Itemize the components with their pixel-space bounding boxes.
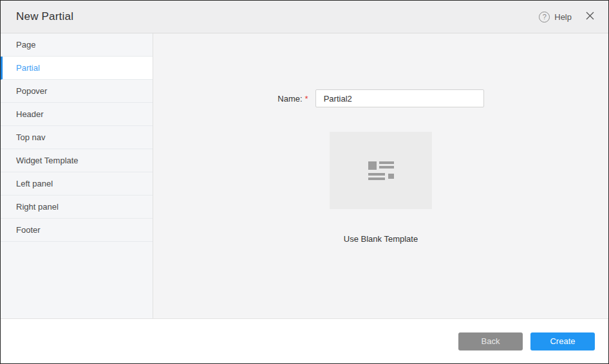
template-caption: Use Blank Template [344,234,418,244]
help-icon: ? [539,12,550,23]
sidebar: Page Partial Popover Header Top nav Widg… [1,33,153,318]
sidebar-item-header[interactable]: Header [1,103,153,126]
sidebar-item-footer[interactable]: Footer [1,219,153,242]
sidebar-item-right-panel[interactable]: Right panel [1,196,153,219]
blank-template-card[interactable]: Use Blank Template [330,132,432,244]
create-button[interactable]: Create [530,332,595,350]
close-button[interactable] [586,11,594,23]
name-row: Name:* [277,89,483,107]
back-button[interactable]: Back [458,332,523,350]
template-thumbnail [330,132,432,209]
header-actions: ? Help [539,11,594,23]
dialog-title: New Partial [16,10,73,23]
dialog-footer: Back Create [1,318,608,363]
name-label-text: Name: [277,94,302,104]
sidebar-item-widget-template[interactable]: Widget Template [1,149,153,172]
help-button[interactable]: ? Help [539,12,572,23]
dialog-header: New Partial ? Help [1,1,608,33]
name-input[interactable] [315,89,484,107]
wireframe-list-icon [368,161,394,180]
dialog-body: Page Partial Popover Header Top nav Widg… [1,33,608,318]
help-label: Help [554,12,572,22]
sidebar-item-page[interactable]: Page [1,33,153,57]
name-label: Name:* [277,94,308,104]
close-icon [586,11,594,23]
main-content: Name:* Use Blank [153,33,608,318]
new-partial-dialog: New Partial ? Help Page Partial Popover … [0,0,609,364]
required-marker: * [305,94,308,104]
sidebar-item-popover[interactable]: Popover [1,80,153,103]
sidebar-item-partial[interactable]: Partial [1,57,153,80]
sidebar-item-top-nav[interactable]: Top nav [1,126,153,149]
sidebar-item-left-panel[interactable]: Left panel [1,172,153,196]
